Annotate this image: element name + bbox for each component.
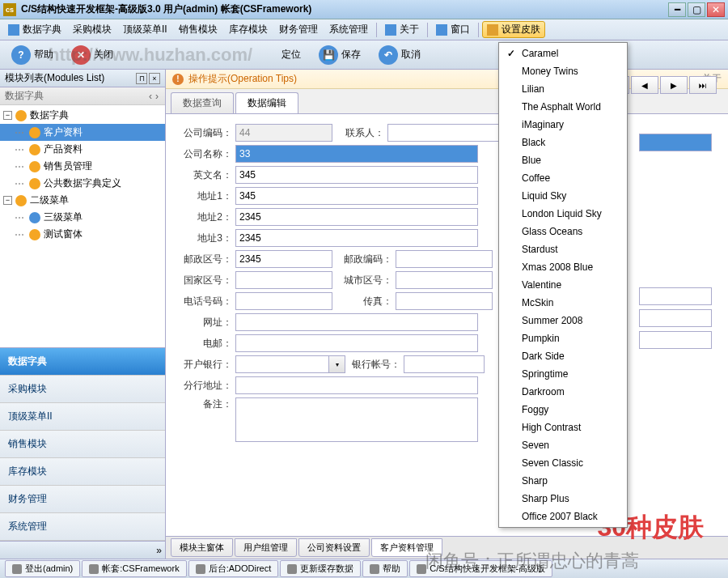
menu-window[interactable]: 窗口 — [431, 21, 475, 38]
input-url[interactable] — [235, 313, 478, 331]
skin-item-seven[interactable]: Seven — [501, 436, 625, 454]
toolbar-locate[interactable]: 定位 — [275, 45, 307, 65]
sidenav-item-0[interactable]: 数据字典 — [0, 348, 165, 376]
input-company-code[interactable] — [235, 124, 332, 142]
btab-usergroup[interactable]: 用户组管理 — [235, 538, 297, 557]
input-bank[interactable] — [235, 355, 329, 373]
tab-edit[interactable]: 数据编辑 — [235, 92, 298, 113]
skin-item-caramel[interactable]: Caramel — [501, 45, 625, 62]
input-city[interactable] — [396, 271, 493, 289]
skin-item-office-2007-black[interactable]: Office 2007 Black — [501, 508, 625, 525]
status-item-2[interactable]: 后台:ADODirect — [188, 560, 279, 577]
menu-skin[interactable]: 设置皮肤 — [482, 21, 545, 38]
skin-item-london-liquid-sky[interactable]: London Liquid Sky — [501, 205, 625, 223]
menu-data-dict[interactable]: 数据字典 — [3, 21, 66, 38]
tree-node-2[interactable]: ⋯产品资料 — [0, 141, 165, 158]
menu-topmenu2[interactable]: 顶级菜单II — [118, 21, 172, 38]
skin-item-valentine[interactable]: Valentine — [501, 276, 625, 294]
tree-node-4[interactable]: ⋯公共数据字典定义 — [0, 175, 165, 192]
tree-node-3[interactable]: ⋯销售员管理 — [0, 158, 165, 175]
skin-item-summer-2008[interactable]: Summer 2008 — [501, 312, 625, 329]
toolbar-save[interactable]: 💾保存 — [312, 42, 367, 68]
btab-module-main[interactable]: 模块主窗体 — [171, 538, 233, 557]
sidebar-pin-button[interactable]: ⊓ — [136, 73, 147, 84]
nav-last-button[interactable]: ⏭ — [689, 76, 717, 94]
right-field-4[interactable] — [639, 331, 712, 349]
skin-item-black[interactable]: Black — [501, 134, 625, 151]
tree-node-0[interactable]: −数据字典 — [0, 107, 165, 124]
btab-company[interactable]: 公司资料设置 — [298, 538, 370, 557]
skin-item-darkroom[interactable]: Darkroom — [501, 383, 625, 401]
input-branch[interactable] — [235, 376, 478, 394]
skin-item-seven-classic[interactable]: Seven Classic — [501, 454, 625, 472]
menu-inventory[interactable]: 库存模块 — [224, 21, 273, 38]
tab-query[interactable]: 数据查询 — [171, 92, 234, 113]
menu-about[interactable]: 关于 — [380, 21, 424, 38]
skin-item-money-twins[interactable]: Money Twins — [501, 62, 625, 80]
skin-item-glass-oceans[interactable]: Glass Oceans — [501, 223, 625, 240]
skin-item-stardust[interactable]: Stardust — [501, 240, 625, 258]
sidenav-item-6[interactable]: 系统管理 — [0, 513, 165, 541]
sidenav-item-2[interactable]: 顶级菜单II — [0, 403, 165, 431]
skin-item-pumpkin[interactable]: Pumpkin — [501, 329, 625, 347]
nav-prev-button[interactable]: ◀ — [631, 76, 658, 94]
menu-purchase[interactable]: 采购模块 — [68, 21, 116, 38]
input-addr3[interactable] — [235, 229, 478, 247]
input-fax[interactable] — [396, 292, 493, 310]
sidenav-item-1[interactable]: 采购模块 — [0, 376, 165, 403]
skin-item-high-contrast[interactable]: High Contrast — [501, 419, 625, 436]
maximize-button[interactable]: ▢ — [688, 2, 705, 17]
skin-item-mcskin[interactable]: McSkin — [501, 294, 625, 312]
menu-finance[interactable]: 财务管理 — [274, 21, 323, 38]
input-account[interactable] — [404, 355, 485, 373]
skin-item-the-asphalt-world[interactable]: The Asphalt World — [501, 98, 625, 116]
input-addr2[interactable] — [235, 208, 478, 226]
nav-next-button[interactable]: ▶ — [660, 76, 688, 94]
skin-item-blue[interactable]: Blue — [501, 151, 625, 169]
skin-item-liquid-sky[interactable]: Liquid Sky — [501, 187, 625, 205]
skin-item-sharp-plus[interactable]: Sharp Plus — [501, 490, 625, 508]
tree-node-7[interactable]: ⋯测试窗体 — [0, 226, 165, 243]
menu-system[interactable]: 系统管理 — [324, 21, 373, 38]
toolbar-cancel[interactable]: ↶取消 — [372, 42, 427, 68]
input-company-name[interactable] — [235, 145, 478, 163]
bank-dropdown-icon[interactable]: ▾ — [329, 355, 345, 373]
skin-item-sharp[interactable]: Sharp — [501, 472, 625, 490]
sidenav-item-5[interactable]: 财务管理 — [0, 486, 165, 513]
sidenav-item-3[interactable]: 销售模块 — [0, 431, 165, 458]
input-english-name[interactable] — [235, 166, 478, 184]
skin-item-coffee[interactable]: Coffee — [501, 169, 625, 187]
tree-next-icon[interactable]: › — [154, 91, 160, 102]
right-field-3[interactable] — [639, 309, 712, 327]
status-item-4[interactable]: 帮助 — [362, 560, 408, 577]
status-item-3[interactable]: 更新缓存数据 — [280, 560, 361, 577]
skin-item-imaginary[interactable]: iMaginary — [501, 116, 625, 134]
skin-item-dark-side[interactable]: Dark Side — [501, 347, 625, 365]
tree-node-5[interactable]: −二级菜单 — [0, 192, 165, 209]
sidebar-close-button[interactable]: × — [149, 73, 160, 84]
skin-item-foggy[interactable]: Foggy — [501, 401, 625, 419]
input-postal-code[interactable] — [396, 250, 493, 268]
input-country[interactable] — [235, 271, 332, 289]
right-field-1[interactable] — [639, 134, 712, 151]
tree-node-1[interactable]: ⋯客户资料 — [0, 124, 165, 141]
sidenav-item-4[interactable]: 库存模块 — [0, 458, 165, 486]
skin-item-springtime[interactable]: Springtime — [501, 365, 625, 383]
tree-prev-icon[interactable]: ‹ — [147, 91, 154, 102]
input-contact[interactable] — [387, 124, 513, 142]
right-field-2[interactable] — [639, 287, 712, 305]
status-item-0[interactable]: 登出(admin) — [5, 560, 80, 577]
skin-item-xmas-2008-blue[interactable]: Xmas 2008 Blue — [501, 258, 625, 276]
sidebar-expand-icon[interactable]: » — [156, 545, 162, 556]
close-button[interactable]: ✕ — [707, 2, 725, 17]
input-postal[interactable] — [235, 250, 332, 268]
input-email[interactable] — [235, 334, 478, 352]
input-phone[interactable] — [235, 292, 332, 310]
input-remark[interactable] — [235, 397, 478, 442]
minimize-button[interactable]: ━ — [668, 2, 686, 17]
menu-sales[interactable]: 销售模块 — [174, 21, 222, 38]
input-addr1[interactable] — [235, 187, 478, 205]
status-item-1[interactable]: 帐套:CSFramework — [82, 560, 186, 577]
skin-item-lilian[interactable]: Lilian — [501, 80, 625, 98]
tree-node-6[interactable]: ⋯三级菜单 — [0, 209, 165, 226]
